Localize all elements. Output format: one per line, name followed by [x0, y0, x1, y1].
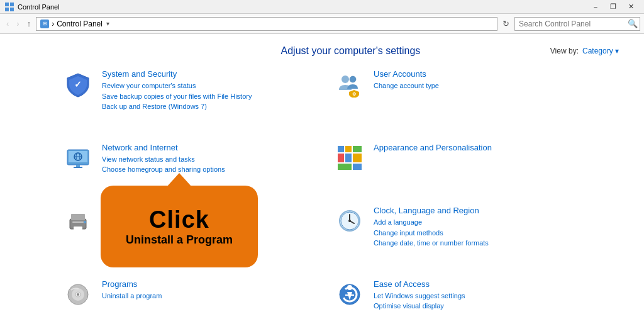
svg-rect-15	[74, 167, 82, 168]
view-by-control: View by: Category ▾	[550, 47, 619, 55]
svg-text:⚙: ⚙	[352, 92, 356, 96]
cp-icon	[5, 3, 14, 11]
network-icon	[63, 143, 93, 173]
ease-link-1[interactable]: Let Windows suggest settings	[374, 291, 581, 301]
category-appearance: Appearance and Personalisation	[322, 137, 594, 199]
address-path: ⊞ › Control Panel ▾	[36, 17, 497, 31]
search-input[interactable]	[514, 17, 640, 31]
page-title: Adjust your computer's settings	[151, 45, 550, 57]
svg-rect-18	[353, 146, 362, 152]
user-accounts-icon: ⚙	[335, 69, 365, 99]
svg-rect-25	[72, 221, 84, 223]
clock-title[interactable]: Clock, Language and Region	[374, 206, 581, 215]
breadcrumb: ›	[52, 20, 54, 28]
category-programs: Programs Uninstall a program	[50, 273, 322, 336]
forward-button[interactable]: ›	[14, 18, 21, 30]
annotation-overlay[interactable]: Click Uninstall a Program	[101, 186, 258, 267]
svg-rect-2	[5, 8, 9, 11]
user-accounts-content: User Accounts Change account type	[374, 69, 581, 91]
categories-grid: ✓ System and Security Review your comput…	[0, 63, 644, 336]
svg-rect-14	[76, 165, 80, 167]
network-link-1[interactable]: View network status and tasks	[102, 154, 309, 165]
system-security-link-1[interactable]: Review your computer's status	[102, 81, 309, 91]
clock-link-1[interactable]: Add a language	[374, 217, 581, 228]
svg-rect-19	[338, 154, 344, 162]
category-clock: Clock, Language and Region Add a languag…	[322, 199, 594, 273]
search-wrapper: 🔍	[514, 17, 640, 31]
address-dropdown-button[interactable]: ▾	[105, 19, 111, 28]
svg-point-28	[84, 221, 86, 223]
clock-icon	[335, 206, 365, 236]
ease-content: Ease of Access Let Windows suggest setti…	[374, 279, 581, 311]
system-security-content: System and Security Review your computer…	[102, 69, 309, 112]
svg-point-33	[348, 220, 351, 222]
system-security-icon: ✓	[63, 69, 93, 99]
appearance-content: Appearance and Personalisation	[374, 143, 581, 154]
system-security-title[interactable]: System and Security	[102, 69, 309, 79]
ease-link-2[interactable]: Optimise visual display	[374, 301, 581, 311]
svg-rect-22	[338, 164, 352, 170]
clock-content: Clock, Language and Region Add a languag…	[374, 206, 581, 249]
ease-title[interactable]: Ease of Access	[374, 279, 581, 289]
svg-rect-21	[353, 154, 362, 162]
svg-rect-23	[353, 164, 362, 170]
network-content: Network and Internet View network status…	[102, 143, 309, 175]
programs-content: Programs Uninstall a program	[102, 279, 309, 301]
window-title: Control Panel	[18, 3, 60, 11]
close-button[interactable]: ✕	[623, 2, 639, 12]
search-button[interactable]: 🔍	[628, 19, 638, 28]
svg-point-37	[77, 293, 79, 296]
user-accounts-link-1[interactable]: Change account type	[374, 81, 581, 91]
svg-rect-17	[345, 146, 352, 152]
address-bar: ‹ › ↑ ⊞ › Control Panel ▾ ↻ 🔍	[0, 14, 644, 34]
category-ease: Ease of Access Let Windows suggest setti…	[322, 273, 594, 336]
category-user-accounts: ⚙ User Accounts Change account type	[322, 63, 594, 137]
svg-rect-0	[5, 3, 9, 6]
hardware-icon	[63, 206, 93, 236]
refresh-button[interactable]: ↻	[500, 18, 512, 30]
svg-rect-27	[74, 227, 82, 232]
network-link-2[interactable]: Choose homegroup and sharing options	[102, 164, 309, 175]
current-path: Control Panel	[57, 20, 103, 28]
main-content: Adjust your computer's settings View by:…	[0, 34, 644, 336]
programs-title[interactable]: Programs	[102, 279, 309, 289]
title-bar: Control Panel − ❐ ✕	[0, 0, 644, 14]
svg-rect-26	[71, 214, 85, 220]
maximize-button[interactable]: ❐	[605, 2, 621, 12]
back-button[interactable]: ‹	[4, 18, 11, 30]
title-bar-controls: − ❐ ✕	[587, 2, 639, 12]
system-security-link-3[interactable]: Back up and Restore (Windows 7)	[102, 101, 309, 112]
programs-link-1[interactable]: Uninstall a program	[102, 291, 309, 301]
clock-link-3[interactable]: Change date, time or number formats	[374, 238, 581, 249]
user-accounts-title[interactable]: User Accounts	[374, 69, 581, 79]
content-header: Adjust your computer's settings View by:…	[0, 34, 644, 63]
network-title[interactable]: Network and Internet	[102, 143, 309, 152]
svg-point-5	[341, 76, 349, 83]
svg-rect-3	[10, 8, 14, 11]
svg-text:✓: ✓	[74, 79, 82, 89]
programs-icon	[63, 279, 93, 310]
view-by-label: View by:	[550, 47, 579, 55]
svg-rect-20	[345, 154, 352, 162]
appearance-icon	[335, 143, 365, 173]
svg-point-40	[347, 285, 352, 290]
annotation-click-text: Click	[149, 206, 209, 233]
ease-icon	[335, 279, 365, 310]
annotation-sub-text: Uninstall a Program	[126, 233, 233, 247]
clock-link-2[interactable]: Change input methods	[374, 228, 581, 238]
up-button[interactable]: ↑	[25, 18, 34, 30]
path-icon: ⊞	[40, 20, 49, 28]
category-system-security: ✓ System and Security Review your comput…	[50, 63, 322, 137]
category-dropdown[interactable]: Category ▾	[582, 47, 619, 55]
svg-rect-1	[10, 3, 14, 6]
appearance-title[interactable]: Appearance and Personalisation	[374, 143, 581, 152]
minimize-button[interactable]: −	[587, 2, 604, 12]
system-security-link-2[interactable]: Save backup copies of your files with Fi…	[102, 91, 309, 102]
svg-rect-16	[338, 146, 344, 152]
title-bar-left: Control Panel	[5, 3, 60, 11]
